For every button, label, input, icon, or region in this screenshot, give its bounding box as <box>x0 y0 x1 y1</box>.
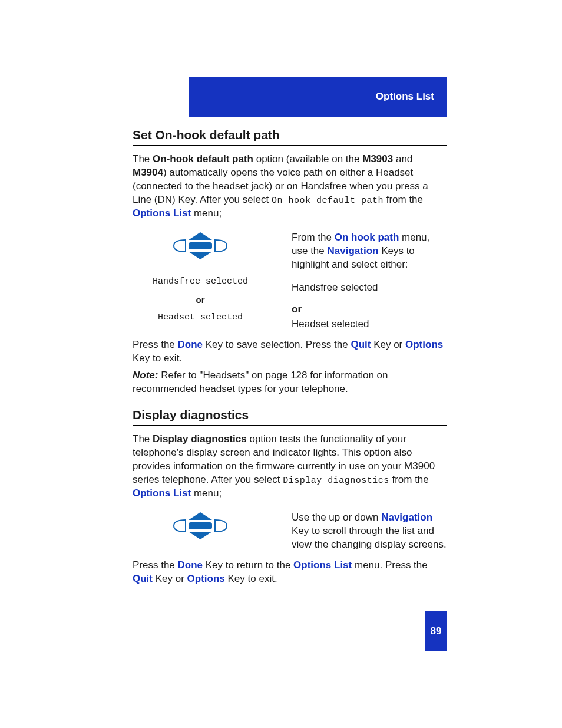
display-text-2: Headset selected <box>133 312 268 324</box>
right-option-1: Handsfree selected <box>292 281 447 295</box>
section2-left-column <box>133 511 268 552</box>
svg-rect-0 <box>189 242 212 249</box>
section1-press-done: Press the Done Key to save selection. Pr… <box>133 338 447 365</box>
section1-left-column: Handsfree selected or Headset selected <box>133 231 268 331</box>
section1-right-instruction: From the On hook path menu, use the Navi… <box>292 231 447 272</box>
section1-intro: The On-hook default path option (availab… <box>133 153 447 220</box>
section2-heading: Display diagnostics <box>133 407 447 426</box>
section1-note: Note: Refer to "Headsets" on page 128 fo… <box>133 369 447 396</box>
navigation-keys-icon <box>168 511 233 541</box>
navigation-keys-icon <box>168 231 233 261</box>
section1-step-row: Handsfree selected or Headset selected F… <box>133 231 447 331</box>
section2-press-done: Press the Done Key to return to the Opti… <box>133 559 447 586</box>
section1-heading: Set On-hook default path <box>133 127 447 146</box>
svg-rect-1 <box>189 522 212 529</box>
section2-right-column: Use the up or down Navigation Key to scr… <box>292 511 447 552</box>
section2-step-row: Use the up or down Navigation Key to scr… <box>133 511 447 552</box>
page-content: Set On-hook default path The On-hook def… <box>133 127 447 586</box>
header-bar: Options List <box>189 77 447 117</box>
section2-intro: The Display diagnostics option tests the… <box>133 433 447 500</box>
right-option-2: Headset selected <box>292 318 447 331</box>
or-label-1: or <box>133 294 268 306</box>
header-title: Options List <box>376 90 434 104</box>
right-or: or <box>292 303 447 317</box>
section1-right-column: From the On hook path menu, use the Navi… <box>292 231 447 331</box>
display-text-1: Handsfree selected <box>133 276 268 288</box>
page-number: 89 <box>425 611 447 651</box>
